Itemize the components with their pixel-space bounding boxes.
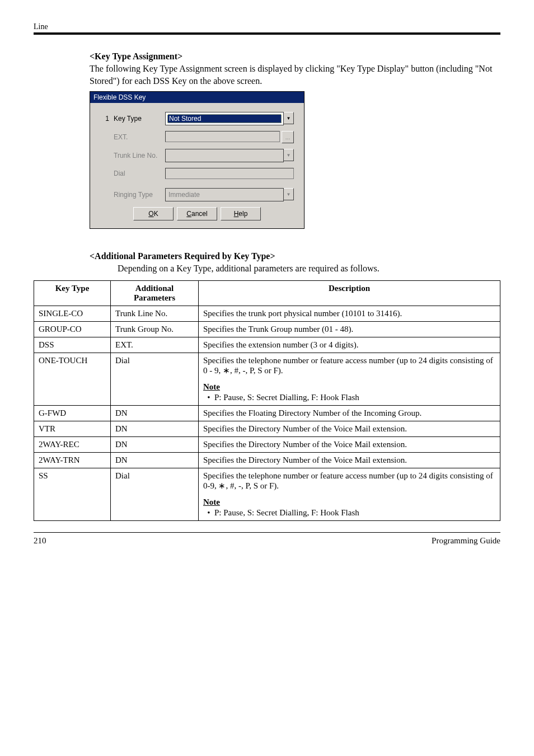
dialog-title: Flexible DSS Key bbox=[90, 92, 304, 103]
note-text: P: Pause, S: Secret Dialling, F: Hook Fl… bbox=[214, 393, 359, 402]
col-additional-parameters: Additional Parameters bbox=[111, 280, 199, 306]
trunk-line-select bbox=[165, 149, 284, 162]
cell-additional-parameters: EXT. bbox=[111, 337, 199, 353]
cell-description: Specifies the Directory Number of the Vo… bbox=[199, 436, 500, 452]
ok-button[interactable]: OK bbox=[133, 207, 174, 220]
trunk-line-dropdown-icon: ▼ bbox=[283, 149, 294, 161]
label-trunk-line-no: Trunk Line No. bbox=[114, 152, 165, 159]
ringing-type-select: Immediate bbox=[165, 188, 284, 201]
cell-key-type: SS bbox=[34, 468, 111, 520]
cell-key-type: SINGLE-CO bbox=[34, 306, 111, 321]
table-row: SINGLE-COTrunk Line No.Specifies the tru… bbox=[34, 306, 500, 321]
bullet-icon: • bbox=[203, 393, 214, 402]
cell-key-type: GROUP-CO bbox=[34, 321, 111, 337]
page-number: 210 bbox=[34, 536, 46, 546]
label-dial: Dial bbox=[114, 170, 165, 177]
additional-params-table: Key Type Additional Parameters Descripti… bbox=[34, 280, 500, 521]
note-bullet: •P: Pause, S: Secret Dialling, F: Hook F… bbox=[203, 393, 495, 402]
label-ringing-type: Ringing Type bbox=[114, 191, 165, 199]
ext-browse-button: ... bbox=[282, 131, 294, 143]
doc-title: Programming Guide bbox=[432, 536, 500, 546]
cell-key-type: G-FWD bbox=[34, 405, 111, 421]
cancel-button[interactable]: Cancel bbox=[177, 207, 217, 220]
cell-additional-parameters: DN bbox=[111, 436, 199, 452]
table-row: GROUP-COTrunk Group No.Specifies the Tru… bbox=[34, 321, 500, 337]
cell-additional-parameters: DN bbox=[111, 452, 199, 468]
section-key-type-intro: The following Key Type Assignment screen… bbox=[90, 63, 500, 87]
cell-additional-parameters: Trunk Line No. bbox=[111, 306, 199, 321]
flexible-dss-key-dialog: Flexible DSS Key 1 Key Type Not Stored ▼… bbox=[90, 91, 305, 229]
cell-key-type: DSS bbox=[34, 337, 111, 353]
note-heading: Note bbox=[203, 497, 495, 507]
cell-key-type: VTR bbox=[34, 421, 111, 436]
row-number: 1 bbox=[100, 115, 109, 123]
ringing-type-value: Immediate bbox=[167, 191, 282, 199]
cell-key-type: 2WAY-TRN bbox=[34, 452, 111, 468]
cell-description: Specifies the Directory Number of the Vo… bbox=[199, 452, 500, 468]
label-ext: EXT. bbox=[114, 133, 165, 141]
section-key-type-title: <Key Type Assignment> bbox=[90, 51, 500, 62]
table-row: VTRDNSpecifies the Directory Number of t… bbox=[34, 421, 500, 436]
help-button[interactable]: Help bbox=[221, 207, 261, 220]
bullet-icon: • bbox=[203, 508, 214, 518]
ext-input bbox=[165, 131, 280, 142]
col-description: Description bbox=[199, 280, 500, 306]
table-row: DSSEXT.Specifies the extension number (3… bbox=[34, 337, 500, 353]
cell-additional-parameters: DN bbox=[111, 421, 199, 436]
note-heading: Note bbox=[203, 382, 495, 392]
key-type-dropdown-icon[interactable]: ▼ bbox=[283, 112, 294, 124]
key-type-select[interactable]: Not Stored bbox=[165, 112, 284, 125]
dial-input bbox=[165, 168, 294, 179]
cell-key-type: 2WAY-REC bbox=[34, 436, 111, 452]
table-header-row: Key Type Additional Parameters Descripti… bbox=[34, 280, 500, 306]
section-additional-params-title: <Additional Parameters Required by Key T… bbox=[90, 251, 500, 261]
cell-key-type: ONE-TOUCH bbox=[34, 353, 111, 405]
cell-description: Specifies the Directory Number of the Vo… bbox=[199, 421, 500, 436]
running-header: Line bbox=[34, 22, 500, 31]
cell-description: Specifies the Trunk Group number (01 - 4… bbox=[199, 321, 500, 337]
table-row: G-FWDDNSpecifies the Floating Directory … bbox=[34, 405, 500, 421]
table-row: 2WAY-RECDNSpecifies the Directory Number… bbox=[34, 436, 500, 452]
cell-description: Specifies the Floating Directory Number … bbox=[199, 405, 500, 421]
cell-additional-parameters: Trunk Group No. bbox=[111, 321, 199, 337]
ringing-type-dropdown-icon: ▼ bbox=[283, 188, 294, 200]
cell-description: Specifies the telephone number or featur… bbox=[199, 353, 500, 405]
header-rule bbox=[34, 32, 500, 35]
key-type-value: Not Stored bbox=[167, 114, 282, 123]
col-key-type: Key Type bbox=[34, 280, 111, 306]
cell-description: Specifies the trunk port physical number… bbox=[199, 306, 500, 321]
cell-additional-parameters: Dial bbox=[111, 468, 199, 520]
table-row: SSDialSpecifies the telephone number or … bbox=[34, 468, 500, 520]
cell-additional-parameters: DN bbox=[111, 405, 199, 421]
cell-description: Specifies the telephone number or featur… bbox=[199, 468, 500, 520]
label-key-type: Key Type bbox=[114, 115, 165, 123]
note-text: P: Pause, S: Secret Dialling, F: Hook Fl… bbox=[214, 508, 359, 518]
table-row: 2WAY-TRNDNSpecifies the Directory Number… bbox=[34, 452, 500, 468]
cell-description: Specifies the extension number (3 or 4 d… bbox=[199, 337, 500, 353]
section-additional-params-intro: Depending on a Key Type, additional para… bbox=[118, 262, 500, 275]
cell-additional-parameters: Dial bbox=[111, 353, 199, 405]
page-footer: 210 Programming Guide bbox=[34, 532, 500, 546]
table-row: ONE-TOUCHDialSpecifies the telephone num… bbox=[34, 353, 500, 405]
note-bullet: •P: Pause, S: Secret Dialling, F: Hook F… bbox=[203, 508, 495, 518]
